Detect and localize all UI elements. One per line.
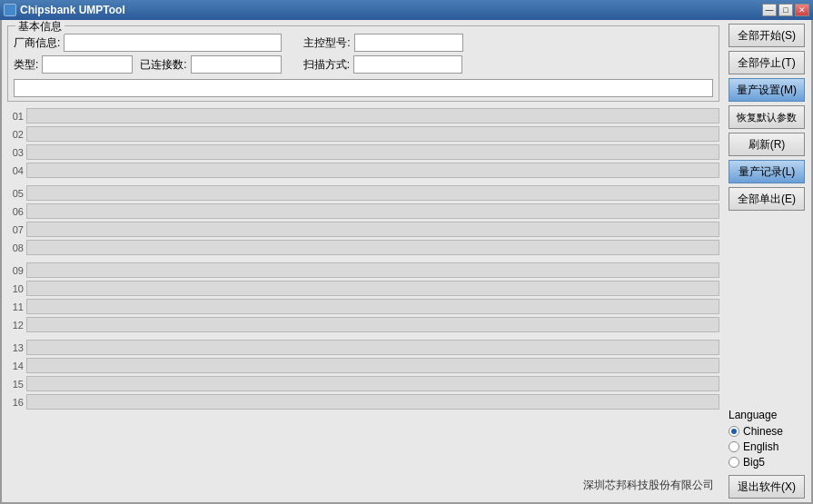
lang-chinese-radio[interactable] bbox=[729, 426, 739, 437]
main-area: 基本信息 厂商信息: 主控型号: 类型: 已连接数: 扫描方式: bbox=[2, 20, 725, 502]
port-bar-01 bbox=[26, 108, 719, 124]
port-num-10: 10 bbox=[7, 283, 24, 294]
ports-area: 01 02 03 04 05 bbox=[7, 107, 719, 474]
port-row: 09 bbox=[7, 262, 719, 279]
port-num-08: 08 bbox=[7, 242, 24, 253]
port-row: 05 bbox=[7, 184, 719, 202]
type-label: 类型: bbox=[14, 57, 38, 73]
port-row: 15 bbox=[7, 375, 719, 392]
port-row: 06 bbox=[7, 203, 719, 220]
mass-production-button[interactable]: 量产设置(M) bbox=[729, 78, 805, 102]
port-bar-14 bbox=[26, 358, 719, 373]
port-bar-02 bbox=[26, 126, 719, 142]
group-label: 基本信息 bbox=[15, 20, 64, 35]
port-row: 11 bbox=[7, 298, 719, 315]
title-bar-buttons: — □ ✕ bbox=[762, 4, 809, 16]
port-bar-06 bbox=[26, 203, 719, 219]
port-row: 13 bbox=[7, 339, 719, 356]
minimize-button[interactable]: — bbox=[762, 4, 777, 16]
window-body: 基本信息 厂商信息: 主控型号: 类型: 已连接数: 扫描方式: bbox=[0, 20, 813, 504]
right-panel: 全部开始(S) 全部停止(T) 量产设置(M) 恢复默认参数 刷新(R) 量产记… bbox=[725, 20, 811, 502]
port-bar-13 bbox=[26, 340, 719, 355]
close-button[interactable]: ✕ bbox=[795, 4, 809, 16]
port-bar-07 bbox=[26, 222, 719, 237]
vendor-label: 厂商信息: bbox=[14, 35, 60, 51]
port-bar-11 bbox=[26, 299, 719, 314]
port-num-12: 12 bbox=[7, 320, 24, 331]
title-bar-text: Chipsbank UMPTool bbox=[20, 4, 762, 16]
lang-big5-row[interactable]: Big5 bbox=[729, 456, 808, 469]
port-bar-16 bbox=[26, 394, 719, 410]
basic-info-group: 基本信息 厂商信息: 主控型号: 类型: 已连接数: 扫描方式: bbox=[7, 25, 719, 102]
language-title: Language bbox=[729, 409, 808, 421]
lang-big5-radio[interactable] bbox=[729, 457, 739, 468]
vendor-input[interactable] bbox=[64, 34, 282, 52]
start-all-button[interactable]: 全部开始(S) bbox=[729, 24, 805, 47]
lang-big5-label: Big5 bbox=[743, 456, 765, 469]
app-icon bbox=[4, 4, 16, 16]
port-num-06: 06 bbox=[7, 206, 24, 217]
port-group-2: 05 06 07 08 bbox=[7, 184, 719, 256]
port-num-01: 01 bbox=[7, 111, 24, 122]
port-bar-08 bbox=[26, 240, 719, 255]
port-row: 07 bbox=[7, 221, 719, 238]
port-bar-09 bbox=[26, 262, 719, 278]
company-text: 深圳芯邦科技股份有限公司 bbox=[583, 479, 714, 491]
port-num-13: 13 bbox=[7, 342, 24, 353]
maximize-button[interactable]: □ bbox=[778, 4, 793, 16]
scan-label: 扫描方式: bbox=[303, 57, 350, 73]
lang-english-row[interactable]: English bbox=[729, 440, 808, 453]
port-num-14: 14 bbox=[7, 361, 24, 371]
port-row: 16 bbox=[7, 393, 719, 410]
port-row: 03 bbox=[7, 143, 719, 161]
port-num-03: 03 bbox=[7, 147, 24, 158]
port-bar-10 bbox=[26, 281, 719, 296]
port-row: 10 bbox=[7, 280, 719, 297]
lang-chinese-label: Chinese bbox=[743, 425, 783, 438]
port-bar-05 bbox=[26, 185, 719, 201]
port-num-07: 07 bbox=[7, 224, 24, 235]
mass-log-button[interactable]: 量产记录(L) bbox=[729, 160, 805, 183]
port-num-15: 15 bbox=[7, 379, 24, 390]
port-row: 04 bbox=[7, 162, 719, 179]
stop-all-button[interactable]: 全部停止(T) bbox=[729, 51, 805, 74]
radio-inner-dot bbox=[731, 429, 737, 434]
type-input[interactable] bbox=[42, 55, 133, 74]
port-num-04: 04 bbox=[7, 165, 24, 176]
scan-input[interactable] bbox=[353, 55, 462, 74]
refresh-button[interactable]: 刷新(R) bbox=[729, 133, 805, 156]
port-group-1: 01 02 03 04 bbox=[7, 107, 719, 179]
connected-input[interactable] bbox=[191, 55, 282, 74]
language-section: Language Chinese English Big5 bbox=[729, 405, 808, 471]
port-row: 08 bbox=[7, 239, 719, 256]
lang-chinese-row[interactable]: Chinese bbox=[729, 425, 808, 438]
port-bar-03 bbox=[26, 144, 719, 160]
footer: 深圳芯邦科技股份有限公司 bbox=[7, 474, 719, 497]
status-input[interactable] bbox=[14, 79, 713, 97]
port-num-05: 05 bbox=[7, 188, 24, 199]
port-bar-04 bbox=[26, 163, 719, 178]
restore-defaults-button[interactable]: 恢复默认参数 bbox=[729, 105, 805, 129]
title-bar: Chipsbank UMPTool — □ ✕ bbox=[0, 0, 813, 20]
port-row: 02 bbox=[7, 125, 719, 143]
lang-english-label: English bbox=[743, 440, 778, 453]
port-row: 01 bbox=[7, 107, 719, 124]
port-num-11: 11 bbox=[7, 301, 24, 312]
port-num-09: 09 bbox=[7, 265, 24, 276]
port-group-4: 13 14 15 16 bbox=[7, 339, 719, 410]
port-bar-15 bbox=[26, 376, 719, 391]
exit-button[interactable]: 退出软件(X) bbox=[729, 475, 805, 499]
port-num-16: 16 bbox=[7, 397, 24, 408]
controller-input[interactable] bbox=[354, 34, 463, 52]
port-row: 12 bbox=[7, 316, 719, 333]
port-bar-12 bbox=[26, 317, 719, 332]
port-row: 14 bbox=[7, 357, 719, 374]
type-row: 类型: 已连接数: 扫描方式: bbox=[14, 55, 713, 74]
port-num-02: 02 bbox=[7, 129, 24, 140]
vendor-row: 厂商信息: 主控型号: bbox=[14, 34, 713, 52]
lang-english-radio[interactable] bbox=[729, 441, 739, 452]
port-group-3: 09 10 11 12 bbox=[7, 262, 719, 333]
controller-label: 主控型号: bbox=[303, 35, 350, 51]
export-all-button[interactable]: 全部单出(E) bbox=[729, 187, 805, 211]
connected-label: 已连接数: bbox=[140, 57, 186, 73]
